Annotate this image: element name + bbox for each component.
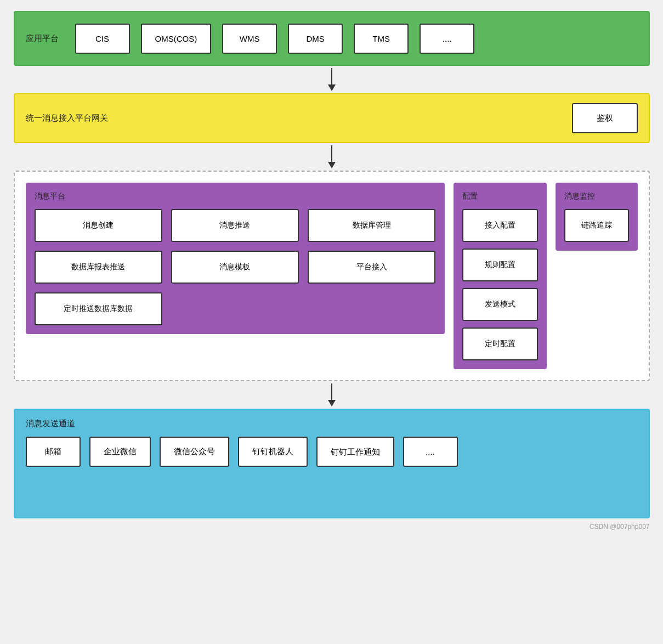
footer-text: CSDN @007php007	[590, 523, 650, 530]
module-cis: CIS	[75, 24, 130, 54]
msg-template: 消息模板	[171, 251, 299, 284]
arrow-line-1	[331, 68, 332, 84]
platform-access: 平台接入	[308, 251, 435, 284]
arrow-line-2	[331, 145, 332, 162]
arrow-head-1	[328, 84, 336, 91]
config-access: 接入配置	[462, 209, 538, 242]
config-box: 配置 接入配置 规则配置 发送模式 定时配置	[454, 183, 547, 369]
arrow-head-3	[328, 400, 336, 406]
channel-wechat-public: 微信公众号	[160, 437, 229, 467]
config-timed: 定时配置	[462, 327, 538, 360]
arrow-1	[14, 66, 650, 93]
arrow-down-1	[328, 68, 336, 91]
arrow-down-2	[328, 145, 336, 168]
channel-email: 邮箱	[26, 437, 81, 467]
channel-boxes: 邮箱 企业微信 微信公众号 钉钉机器人 钉钉工作通知 ....	[26, 437, 638, 467]
channel-layer: 消息发送通道 邮箱 企业微信 微信公众号 钉钉机器人 钉钉工作通知 ....	[14, 409, 650, 518]
auth-box: 鉴权	[572, 103, 638, 133]
timed-push-db: 定时推送数据库数据	[35, 292, 162, 325]
config-rules: 规则配置	[462, 248, 538, 281]
module-tms: TMS	[354, 24, 409, 54]
arrow-line-3	[331, 383, 332, 400]
msg-platform-box: 消息平台 消息创建 消息推送 数据库管理 数据库报表推送 消息模板 平台接入 定…	[26, 183, 445, 334]
db-manage: 数据库管理	[308, 209, 435, 242]
monitor-box: 消息监控 链路追踪	[556, 183, 638, 251]
channel-dingtalk-robot: 钉钉机器人	[238, 437, 308, 467]
gateway-layer: 统一消息接入平台网关 鉴权	[14, 93, 650, 143]
arrow-head-2	[328, 162, 336, 168]
channel-dingtalk-notify: 钉钉工作通知	[316, 437, 394, 467]
arrow-down-3	[328, 383, 336, 406]
module-more-app: ....	[420, 24, 474, 54]
diagram-container: 应用平台 CIS OMS(COS) WMS DMS TMS .... 统一消息接…	[14, 11, 650, 530]
config-label: 配置	[462, 191, 538, 201]
monitor-items: 链路追踪	[564, 209, 629, 242]
config-items: 接入配置 规则配置 发送模式 定时配置	[462, 209, 538, 360]
footer: CSDN @007php007	[14, 523, 650, 530]
channel-more: ....	[403, 437, 458, 467]
gateway-label: 统一消息接入平台网关	[26, 113, 108, 123]
channel-label: 消息发送通道	[26, 419, 75, 428]
msg-platform-grid: 消息创建 消息推送 数据库管理 数据库报表推送 消息模板 平台接入 定时推送数据…	[35, 209, 436, 325]
main-platform-inner: 消息平台 消息创建 消息推送 数据库管理 数据库报表推送 消息模板 平台接入 定…	[26, 183, 638, 369]
msg-create: 消息创建	[35, 209, 162, 242]
config-send-mode: 发送模式	[462, 288, 538, 321]
msg-platform-label: 消息平台	[35, 191, 436, 201]
module-oms: OMS(COS)	[141, 24, 212, 54]
module-wms: WMS	[222, 24, 277, 54]
main-platform-layer: 消息平台 消息创建 消息推送 数据库管理 数据库报表推送 消息模板 平台接入 定…	[14, 171, 650, 381]
module-dms: DMS	[288, 24, 343, 54]
app-platform-layer: 应用平台 CIS OMS(COS) WMS DMS TMS ....	[14, 11, 650, 66]
monitor-trace: 链路追踪	[564, 209, 629, 242]
msg-push: 消息推送	[171, 209, 299, 242]
app-platform-label: 应用平台	[26, 33, 59, 44]
channel-corp-wechat: 企业微信	[89, 437, 151, 467]
db-report-push: 数据库报表推送	[35, 251, 162, 284]
arrow-2	[14, 143, 650, 171]
arrow-3	[14, 381, 650, 409]
monitor-label: 消息监控	[564, 191, 629, 201]
